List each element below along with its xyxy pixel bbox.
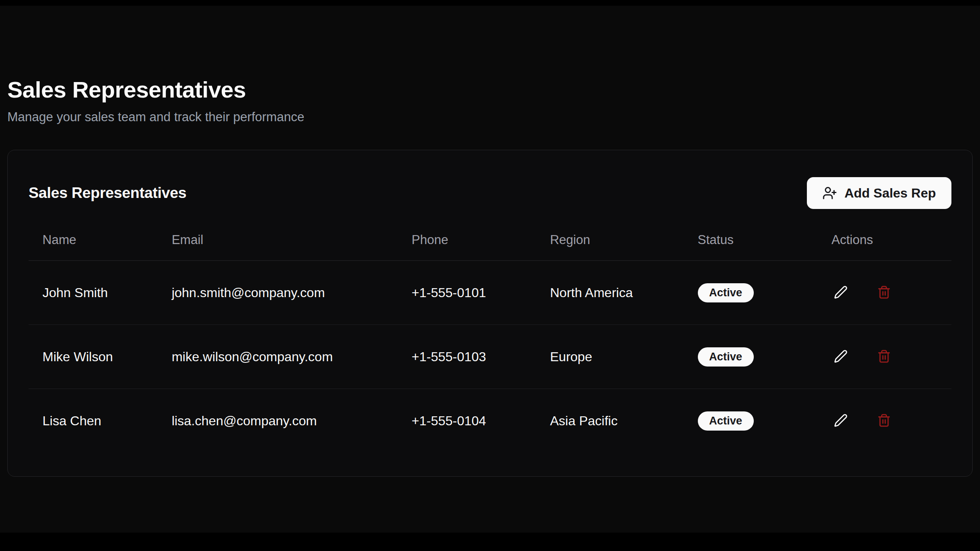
table-body: John Smith john.smith@company.com +1-555… [29, 261, 951, 453]
cell-name: John Smith [29, 261, 158, 325]
delete-button[interactable] [875, 347, 893, 366]
cell-phone: +1-555-0101 [398, 261, 536, 325]
cell-email: lisa.chen@company.com [158, 389, 398, 453]
cell-email: john.smith@company.com [158, 261, 398, 325]
page-subtitle: Manage your sales team and track their p… [7, 110, 973, 124]
pencil-icon [834, 285, 848, 299]
bottom-black-bar [0, 533, 980, 551]
cell-actions [817, 261, 951, 325]
cell-name: Lisa Chen [29, 389, 158, 453]
pencil-icon [834, 349, 848, 363]
table-row: Lisa Chen lisa.chen@company.com +1-555-0… [29, 389, 951, 453]
edit-button[interactable] [831, 411, 850, 430]
column-header-actions: Actions [817, 233, 951, 261]
status-badge: Active [698, 283, 754, 302]
pencil-icon [834, 413, 848, 427]
cell-actions [817, 389, 951, 453]
user-plus-icon [822, 186, 837, 200]
cell-region: Europe [536, 325, 684, 389]
page-title: Sales Representatives [7, 76, 973, 103]
trash-icon [877, 349, 891, 363]
page-background: Sales Representatives Manage your sales … [0, 6, 980, 533]
delete-button[interactable] [875, 411, 893, 430]
column-header-name: Name [29, 233, 158, 261]
screen: Sales Representatives Manage your sales … [0, 0, 980, 551]
edit-button[interactable] [831, 347, 850, 366]
cell-status: Active [684, 325, 818, 389]
sales-reps-table: Name Email Phone Region Status Actions J… [29, 233, 951, 453]
column-header-email: Email [158, 233, 398, 261]
table-row: John Smith john.smith@company.com +1-555… [29, 261, 951, 325]
column-header-region: Region [536, 233, 684, 261]
cell-region: North America [536, 261, 684, 325]
status-badge: Active [698, 347, 754, 367]
sales-reps-card: Sales Representatives Add Sales Rep [7, 150, 973, 477]
add-sales-rep-button[interactable]: Add Sales Rep [807, 177, 951, 209]
card-header: Sales Representatives Add Sales Rep [29, 177, 951, 209]
column-header-status: Status [684, 233, 818, 261]
cell-name: Mike Wilson [29, 325, 158, 389]
cell-status: Active [684, 261, 818, 325]
top-black-bar [0, 0, 980, 6]
status-badge: Active [698, 411, 754, 431]
edit-button[interactable] [831, 283, 850, 302]
add-sales-rep-label: Add Sales Rep [844, 186, 936, 201]
delete-button[interactable] [875, 283, 893, 302]
card-title: Sales Representatives [29, 184, 187, 202]
cell-region: Asia Pacific [536, 389, 684, 453]
table-header: Name Email Phone Region Status Actions [29, 233, 951, 261]
cell-phone: +1-555-0104 [398, 389, 536, 453]
trash-icon [877, 413, 891, 427]
cell-email: mike.wilson@company.com [158, 325, 398, 389]
table-row: Mike Wilson mike.wilson@company.com +1-5… [29, 325, 951, 389]
cell-phone: +1-555-0103 [398, 325, 536, 389]
cell-actions [817, 325, 951, 389]
column-header-phone: Phone [398, 233, 536, 261]
cell-status: Active [684, 389, 818, 453]
trash-icon [877, 285, 891, 299]
